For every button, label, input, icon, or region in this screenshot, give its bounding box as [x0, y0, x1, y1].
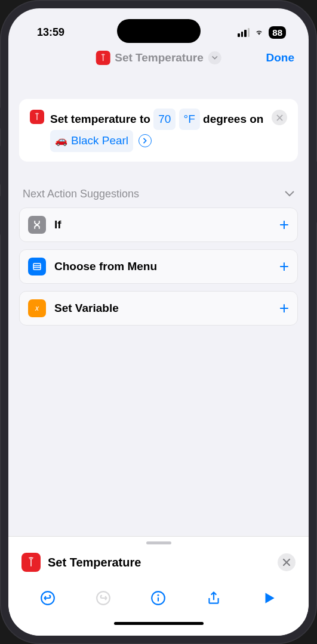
wifi-icon	[253, 27, 265, 37]
battery-indicator: 88	[269, 26, 286, 39]
chevron-down-icon	[285, 191, 294, 197]
if-icon	[28, 216, 46, 234]
action-mid: degrees on	[203, 113, 263, 125]
play-button[interactable]	[257, 586, 281, 610]
clear-action-button[interactable]	[272, 110, 287, 125]
volume-up	[0, 145, 1, 185]
phone-frame: 13:59 88 Set Temperature Done	[0, 0, 317, 644]
action-card[interactable]: Set temperature to 70 °F degrees on 🚗 Bl…	[19, 99, 298, 162]
info-button[interactable]	[146, 586, 170, 610]
nav-title: Set Temperature	[115, 51, 204, 64]
temperature-unit-pill[interactable]: °F	[179, 109, 200, 130]
temperature-value-pill[interactable]: 70	[153, 109, 176, 130]
suggestion-label: If	[54, 218, 279, 231]
suggestion-label: Choose from Menu	[54, 260, 279, 273]
car-icon: 🚗	[55, 132, 67, 150]
nav-title-group[interactable]: Set Temperature	[96, 51, 221, 65]
silence-switch	[0, 107, 1, 129]
action-prefix: Set temperature to	[50, 113, 150, 125]
phone-screen: 13:59 88 Set Temperature Done	[8, 8, 309, 636]
action-text: Set temperature to 70 °F degrees on 🚗 Bl…	[50, 109, 266, 152]
done-button[interactable]: Done	[266, 51, 295, 64]
bottom-sheet: Set Temperature	[8, 536, 309, 636]
home-indicator[interactable]	[114, 622, 204, 625]
sheet-header: Set Temperature	[8, 544, 309, 580]
disclosure-icon[interactable]	[139, 134, 152, 147]
tesla-action-icon	[30, 110, 44, 124]
redo-button	[91, 586, 115, 610]
add-button[interactable]: +	[279, 300, 289, 317]
variable-icon: x	[28, 299, 46, 317]
undo-button[interactable]	[36, 586, 60, 610]
suggestions-title: Next Action Suggestions	[23, 188, 139, 200]
suggestion-if[interactable]: If +	[19, 208, 298, 242]
svg-text:x: x	[35, 304, 39, 312]
share-button[interactable]	[202, 586, 226, 610]
toolbar	[8, 580, 309, 614]
nav-bar: Set Temperature Done	[8, 44, 309, 73]
suggestions-header[interactable]: Next Action Suggestions	[23, 188, 294, 200]
suggestion-label: Set Variable	[54, 302, 279, 315]
vehicle-pill[interactable]: 🚗 Black Pearl	[50, 130, 133, 151]
add-button[interactable]: +	[279, 216, 289, 233]
add-button[interactable]: +	[279, 258, 289, 275]
chevron-down-icon[interactable]	[208, 51, 221, 64]
sheet-close-button[interactable]	[278, 553, 296, 571]
sheet-title: Set Temperature	[48, 556, 270, 569]
status-right: 88	[238, 26, 286, 39]
status-time: 13:59	[37, 26, 64, 39]
content-area: Set temperature to 70 °F degrees on 🚗 Bl…	[8, 73, 309, 536]
svg-rect-0	[33, 263, 41, 270]
tesla-sheet-icon	[21, 553, 41, 572]
svg-point-8	[158, 595, 159, 596]
dynamic-island	[117, 19, 201, 43]
cellular-signal-icon	[238, 28, 250, 37]
menu-icon	[28, 258, 46, 275]
vehicle-name: Black Pearl	[71, 131, 128, 150]
suggestion-choose-menu[interactable]: Choose from Menu +	[19, 249, 298, 284]
tesla-app-icon	[96, 51, 110, 65]
suggestion-set-variable[interactable]: x Set Variable +	[19, 291, 298, 326]
volume-down	[0, 196, 1, 235]
